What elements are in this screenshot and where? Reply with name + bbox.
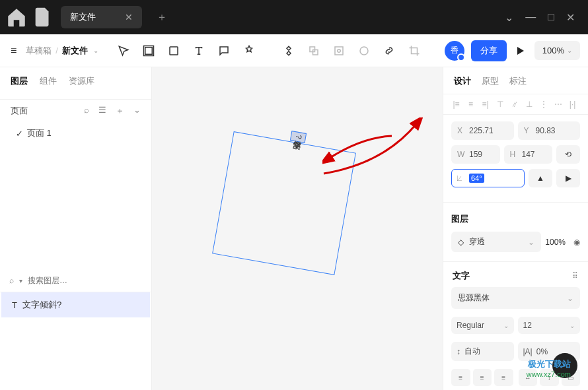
close-icon[interactable]: ✕: [122, 11, 135, 24]
properties-panel: 设计 原型 标注 |≡ ≡ ≡| ⊤ ⫽ ⊥ ⋮ ⋯ |·| X225.71 Y…: [443, 67, 588, 390]
chevron-down-icon[interactable]: ⌄: [93, 47, 98, 54]
tab-title: 新文件: [70, 11, 96, 23]
chevron-down-icon[interactable]: ⌄: [133, 105, 141, 117]
add-page-icon[interactable]: ＋: [116, 105, 124, 117]
svg-rect-2: [170, 47, 178, 55]
layer-section-title: 图层: [451, 208, 580, 232]
blend-icon: ◇: [458, 238, 464, 247]
more-options-icon[interactable]: ⠿: [572, 271, 579, 280]
chevron-down-icon[interactable]: ⌄: [505, 11, 513, 24]
tab-layers[interactable]: 图层: [11, 75, 28, 91]
font-weight-select[interactable]: Regular⌄: [451, 317, 514, 334]
rectangle-tool-icon[interactable]: [163, 40, 184, 61]
chevron-down-icon: ⌄: [567, 294, 573, 303]
text-align-left-icon[interactable]: ≡: [451, 369, 470, 386]
page-item[interactable]: ✓ 页面 1: [0, 122, 151, 145]
mask-icon[interactable]: [303, 40, 324, 61]
link-icon[interactable]: [379, 40, 400, 61]
text-layer-icon: T: [12, 300, 17, 310]
breadcrumb-draft[interactable]: 草稿箱: [26, 45, 52, 57]
comment-tool-icon[interactable]: [213, 40, 235, 61]
svg-point-6: [338, 49, 341, 52]
canvas[interactable]: 文字倾斜?: [152, 67, 443, 390]
align-left-icon[interactable]: |≡: [450, 98, 462, 110]
align-bottom-icon[interactable]: ⊥: [523, 98, 535, 110]
window-titlebar: 新文件 ✕ ＋ ⌄ — □ ✕: [0, 0, 588, 34]
align-right-icon[interactable]: ≡|: [479, 98, 492, 110]
opacity-value[interactable]: 100%: [545, 238, 566, 247]
move-tool-icon[interactable]: [113, 40, 134, 61]
font-family-select[interactable]: 思源黑体 ⌄: [451, 287, 580, 309]
width-input[interactable]: W159: [451, 145, 500, 164]
play-icon[interactable]: [517, 47, 524, 55]
height-input[interactable]: H147: [504, 145, 553, 164]
left-panel: 图层 组件 资源库 页面 ⌕ ☰ ＋ ⌄ ✓ 页面 1 ⌕ ▾ T 文字倾斜?: [0, 67, 152, 390]
search-layers-input[interactable]: [28, 276, 142, 285]
text-align-center-icon[interactable]: ≡: [473, 369, 492, 386]
text-tool-icon[interactable]: [188, 40, 209, 61]
tab-annotate[interactable]: 标注: [509, 75, 527, 87]
visibility-icon[interactable]: ◉: [573, 238, 580, 247]
menu-icon[interactable]: ≡: [8, 42, 19, 59]
svg-point-7: [360, 47, 368, 55]
top-toolbar: ≡ 草稿箱 / 新文件 ⌄ 香 分享 100%⌄: [0, 34, 588, 67]
distribute-v-icon[interactable]: ⋯: [552, 98, 564, 110]
more-align-icon[interactable]: |·|: [566, 98, 579, 110]
crop-icon[interactable]: [404, 40, 425, 61]
selection-bounding-box[interactable]: [212, 131, 356, 275]
constrain-proportions-icon[interactable]: ⟲: [556, 145, 580, 164]
distribute-h-icon[interactable]: ⋮: [537, 98, 550, 110]
outline-icon[interactable]: [353, 40, 375, 61]
text-section-title: 文字: [453, 270, 470, 282]
add-tab-icon[interactable]: ＋: [151, 8, 172, 27]
list-icon[interactable]: ☰: [98, 105, 106, 117]
x-input[interactable]: X225.71: [451, 121, 514, 140]
align-center-h-icon[interactable]: ≡: [464, 98, 477, 110]
svg-rect-0: [145, 47, 153, 54]
home-icon[interactable]: [5, 6, 28, 28]
tab-assets[interactable]: 资源库: [69, 75, 94, 91]
search-icon: ⌕: [9, 276, 14, 285]
tab-design[interactable]: 设计: [454, 75, 471, 87]
avatar[interactable]: 香: [445, 41, 464, 61]
component-icon[interactable]: [278, 40, 299, 61]
tab-components[interactable]: 组件: [40, 75, 57, 91]
tab-prototype[interactable]: 原型: [482, 75, 499, 87]
breadcrumb: 草稿箱 / 新文件 ⌄: [26, 45, 98, 57]
frame-tool-icon[interactable]: [138, 40, 159, 61]
line-height-input[interactable]: ↕自动: [451, 342, 514, 361]
share-button[interactable]: 分享: [471, 40, 507, 61]
line-height-icon: ↕: [457, 347, 460, 356]
layer-item-text[interactable]: T 文字倾斜?: [1, 292, 150, 317]
blend-mode-select[interactable]: ◇ 穿透 ⌄: [451, 232, 541, 252]
minimize-icon[interactable]: —: [525, 11, 536, 24]
boolean-icon[interactable]: [328, 40, 349, 61]
font-size-input[interactable]: 12⌄: [518, 317, 581, 334]
document-tab[interactable]: 新文件 ✕: [61, 6, 142, 28]
plugin-tool-icon[interactable]: [239, 40, 260, 61]
rotation-input[interactable]: ⟀64°: [451, 169, 525, 187]
text-align-right-icon[interactable]: ≡: [494, 369, 513, 386]
flip-horizontal-icon[interactable]: ▲: [529, 169, 552, 187]
align-top-icon[interactable]: ⊤: [494, 98, 506, 110]
align-middle-icon[interactable]: ⫽: [508, 98, 521, 110]
file-icon[interactable]: [32, 6, 54, 28]
letter-spacing-icon: |A|: [523, 347, 533, 356]
breadcrumb-file[interactable]: 新文件: [62, 45, 88, 57]
watermark: 极光下载站 www.xz7.com: [527, 358, 571, 378]
flip-vertical-icon[interactable]: ▶: [556, 169, 580, 187]
maximize-icon[interactable]: □: [548, 11, 554, 24]
y-input[interactable]: Y90.83: [518, 121, 581, 140]
zoom-dropdown[interactable]: 100%⌄: [534, 41, 580, 60]
svg-rect-5: [335, 47, 343, 55]
window-close-icon[interactable]: ✕: [566, 11, 575, 24]
search-icon[interactable]: ⌕: [84, 105, 89, 117]
checkmark-icon: ✓: [16, 129, 23, 139]
pages-label: 页面: [11, 105, 84, 117]
chevron-down-icon: ⌄: [528, 238, 534, 247]
